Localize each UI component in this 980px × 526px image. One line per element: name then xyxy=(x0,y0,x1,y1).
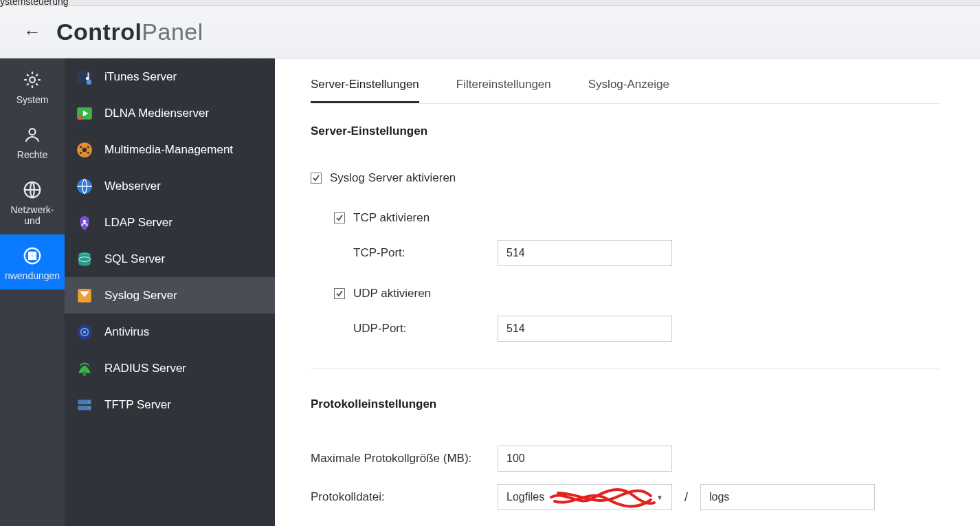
globe-icon xyxy=(22,179,43,200)
tcp-port-row: TCP-Port: xyxy=(311,240,939,266)
ldap-icon xyxy=(76,214,93,232)
category-label: Netzwerk- und xyxy=(10,204,54,226)
enable-tcp-checkbox[interactable] xyxy=(334,212,345,223)
header-bar: ← ControlPanel xyxy=(0,6,980,58)
sidebar-item-label: Multimedia-Management xyxy=(104,143,233,157)
max-size-label: Maximale Protokollgröße (MB): xyxy=(311,452,498,465)
syslog-icon xyxy=(76,287,93,305)
logfile-folder-select[interactable]: Logfiles ▼ xyxy=(498,484,672,510)
sidebar-item-label: RADIUS Server xyxy=(104,362,186,375)
check-icon xyxy=(312,174,320,182)
sidebar-item-sql[interactable]: SQL Server xyxy=(65,241,275,277)
check-icon xyxy=(335,214,344,222)
category-label: System xyxy=(16,94,49,105)
svg-rect-10 xyxy=(87,80,91,85)
window-title-fragment: ystemsteuerung xyxy=(0,0,69,7)
enable-udp-row: UDP aktivieren xyxy=(311,278,939,309)
path-separator: / xyxy=(684,490,688,505)
udp-port-label: UDP-Port: xyxy=(353,322,498,336)
svg-rect-4 xyxy=(29,252,32,255)
svg-point-19 xyxy=(87,151,89,153)
svg-point-29 xyxy=(83,330,86,333)
udp-port-input[interactable] xyxy=(498,316,672,342)
svg-point-3 xyxy=(25,248,41,264)
sidebar-item-syslog[interactable]: Syslog Server xyxy=(65,277,275,314)
user-icon xyxy=(22,124,43,145)
max-size-input[interactable] xyxy=(498,446,672,472)
redaction-scribble xyxy=(548,481,658,514)
sidebar-item-itunes[interactable]: iTunes Server xyxy=(65,58,275,95)
tcp-port-input[interactable] xyxy=(498,240,672,266)
enable-tcp-row: TCP aktivieren xyxy=(311,203,939,233)
page-title: ControlPanel xyxy=(56,19,203,45)
svg-rect-30 xyxy=(83,371,86,376)
gear-icon xyxy=(22,69,43,90)
category-system[interactable]: System xyxy=(0,58,65,113)
category-label: nwendungen xyxy=(5,270,60,281)
sidebar-item-label: SQL Server xyxy=(104,252,165,266)
category-anwendungen[interactable]: nwendungen xyxy=(0,234,65,289)
logfile-label: Protokolldatei: xyxy=(311,490,498,504)
sidebar-item-webserver[interactable]: Webserver xyxy=(65,168,275,204)
tftp-icon xyxy=(76,396,93,414)
radius-icon xyxy=(76,360,93,377)
chevron-down-icon: ▼ xyxy=(656,494,663,501)
back-arrow-icon[interactable]: ← xyxy=(23,21,41,43)
sidebar-item-multimedia[interactable]: Multimedia-Management xyxy=(65,131,275,168)
svg-point-13 xyxy=(78,116,82,120)
enable-udp-label: UDP aktivieren xyxy=(353,287,431,300)
sidebar-item-label: Webserver xyxy=(104,179,161,193)
svg-rect-5 xyxy=(33,252,36,255)
server-settings-heading: Server-Einstellungen xyxy=(311,124,939,138)
udp-port-row: UDP-Port: xyxy=(311,316,939,342)
tab-server-einstellungen[interactable]: Server-Einstellungen xyxy=(311,78,419,103)
multimedia-icon xyxy=(76,141,93,159)
sidebar-item-label: Syslog Server xyxy=(104,289,177,303)
enable-syslog-checkbox[interactable] xyxy=(311,173,322,184)
dlna-icon xyxy=(76,105,93,122)
check-icon xyxy=(335,289,344,298)
svg-point-34 xyxy=(88,407,89,408)
svg-point-1 xyxy=(30,129,36,135)
globe-icon xyxy=(76,177,93,195)
logfile-name-input[interactable] xyxy=(700,484,875,510)
app-sidebar: iTunes Server DLNA Medienserver Multimed… xyxy=(65,58,275,526)
category-rechte[interactable]: Rechte xyxy=(0,113,65,168)
svg-point-33 xyxy=(88,401,89,402)
antivirus-icon xyxy=(76,323,93,341)
sidebar-item-label: iTunes Server xyxy=(104,70,177,84)
sidebar-item-label: DLNA Medienserver xyxy=(104,107,209,120)
sidebar-item-radius[interactable]: RADIUS Server xyxy=(65,350,275,386)
sidebar-item-dlna[interactable]: DLNA Medienserver xyxy=(65,95,275,131)
logfile-folder-value: Logfiles xyxy=(506,491,544,503)
apps-icon xyxy=(22,245,43,266)
sidebar-item-label: TFTP Server xyxy=(104,398,171,412)
enable-syslog-label: Syslog Server aktivieren xyxy=(330,171,456,185)
svg-point-0 xyxy=(30,77,35,83)
svg-point-17 xyxy=(87,146,89,148)
enable-syslog-row: Syslog Server aktivieren xyxy=(311,163,939,193)
sidebar-item-tftp[interactable]: TFTP Server xyxy=(65,386,275,423)
svg-rect-26 xyxy=(78,289,90,291)
page-title-light: Panel xyxy=(142,19,203,45)
tab-bar: Server-Einstellungen Filtereinstellungen… xyxy=(275,58,980,104)
server-settings-section: Server-Einstellungen Syslog Server aktiv… xyxy=(275,104,980,510)
logfile-row: Protokolldatei: Logfiles ▼ / xyxy=(311,484,939,510)
tab-syslog-anzeige[interactable]: Syslog-Anzeige xyxy=(588,78,669,103)
category-label: Rechte xyxy=(17,149,47,160)
svg-rect-7 xyxy=(33,256,36,259)
divider xyxy=(311,368,939,369)
category-sidebar: System Rechte Netzwerk- und nwendungen xyxy=(0,58,65,526)
sidebar-item-label: LDAP Server xyxy=(104,216,172,230)
tcp-port-label: TCP-Port: xyxy=(353,246,498,260)
svg-rect-6 xyxy=(29,256,32,259)
svg-point-15 xyxy=(82,147,87,152)
sidebar-item-ldap[interactable]: LDAP Server xyxy=(65,204,275,241)
sidebar-item-antivirus[interactable]: Antivirus xyxy=(65,314,275,350)
enable-udp-checkbox[interactable] xyxy=(334,288,345,299)
main-content: Server-Einstellungen Filtereinstellungen… xyxy=(275,58,980,526)
tab-filtereinstellungen[interactable]: Filtereinstellungen xyxy=(456,78,551,103)
category-netzwerk[interactable]: Netzwerk- und xyxy=(0,168,65,234)
svg-point-18 xyxy=(80,151,82,153)
itunes-icon xyxy=(76,68,93,86)
